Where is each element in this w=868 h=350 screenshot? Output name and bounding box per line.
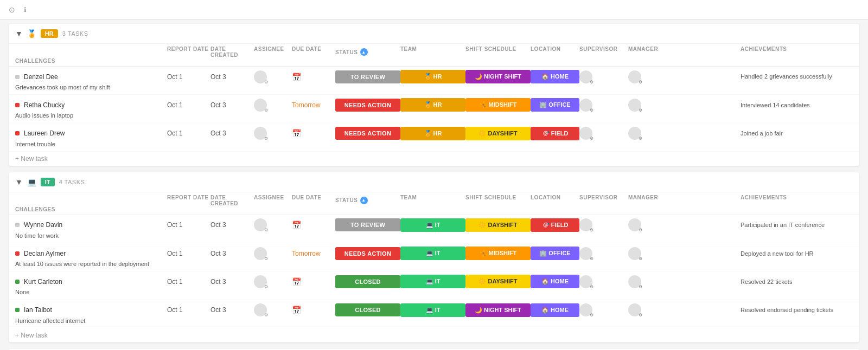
supervisor-cell[interactable]: [579, 218, 628, 231]
due-date: Tomorrow: [292, 101, 321, 109]
col-name: [15, 46, 167, 58]
report-date-cell: Oct 1: [167, 278, 210, 286]
assignee-cell[interactable]: [254, 99, 292, 112]
challenge-cell: No time for work: [15, 232, 167, 239]
avatar: [628, 99, 641, 112]
avatar: [579, 303, 592, 316]
date-created-cell: Oct 3: [210, 101, 254, 109]
info-icon[interactable]: ℹ: [24, 6, 27, 14]
report-date-cell: Oct 1: [167, 221, 210, 229]
team-cell[interactable]: 🏅 HR: [400, 70, 465, 83]
challenge-cell: Hurricane affected internet: [15, 317, 167, 325]
location-cell[interactable]: 🎯 FIELD: [531, 218, 579, 232]
shift-cell[interactable]: ☀️ DAYSHIFT: [465, 127, 531, 140]
supervisor-cell[interactable]: [579, 99, 628, 112]
shift-cell[interactable]: 🌙 NIGHT SHIFT: [465, 70, 531, 83]
col-supervisor: SUPERVISOR: [579, 46, 628, 58]
group-toggle-it[interactable]: ▼: [15, 178, 23, 186]
status-sort-icon[interactable]: ▲: [360, 197, 368, 204]
col-team: TEAM: [400, 195, 465, 206]
status-badge: NEEDS ACTION: [335, 247, 400, 260]
manager-cell[interactable]: [628, 218, 741, 231]
supervisor-cell[interactable]: [579, 247, 628, 260]
achievement-cell: Resolved endorsed pending tickets: [741, 306, 853, 314]
manager-cell[interactable]: [628, 275, 741, 288]
manager-cell[interactable]: [628, 70, 741, 83]
assignee-cell[interactable]: [254, 70, 292, 83]
assignee-cell[interactable]: [254, 275, 292, 288]
avatar: [628, 303, 641, 316]
team-cell[interactable]: 💻 IT: [400, 303, 465, 317]
team-cell[interactable]: 💻 IT: [400, 275, 465, 288]
location-cell[interactable]: 🏠 HOME: [531, 303, 579, 317]
main-content: ▼ 🏅 HR 3 TASKS REPORT DATE DATE CREATED …: [0, 20, 868, 350]
location-badge: 🏢 OFFICE: [531, 247, 579, 260]
assignee-cell[interactable]: [254, 247, 292, 260]
achievement-cell: Resolved 22 tickets: [741, 278, 853, 286]
col-achievements: ACHIEVEMENTS: [741, 46, 853, 58]
team-cell[interactable]: 🏅 HR: [400, 127, 465, 140]
group-header-it: ▼ 💻 IT 4 TASKS: [9, 172, 859, 192]
assignee-cell[interactable]: [254, 303, 292, 316]
manager-cell[interactable]: [628, 99, 741, 112]
new-task-row-hr[interactable]: + New task: [9, 152, 859, 166]
table-row: Kurt Carleton Oct 1 Oct 3 📅 CLOSED 💻 IT …: [9, 271, 859, 300]
supervisor-cell[interactable]: [579, 275, 628, 288]
manager-cell[interactable]: [628, 247, 741, 260]
team-cell[interactable]: 💻 IT: [400, 218, 465, 232]
calendar-icon: 📅: [292, 277, 301, 286]
shift-cell[interactable]: ☀️ DAYSHIFT: [465, 218, 531, 232]
new-task-row-it[interactable]: + New task: [9, 328, 859, 342]
supervisor-cell[interactable]: [579, 127, 628, 140]
assignee-cell[interactable]: [254, 127, 292, 140]
supervisor-cell[interactable]: [579, 303, 628, 316]
col-manager: MANAGER: [628, 195, 741, 206]
status-cell[interactable]: NEEDS ACTION: [335, 247, 400, 260]
date-created-cell: Oct 3: [210, 221, 254, 229]
status-sort-icon[interactable]: ▲: [360, 48, 368, 56]
location-cell[interactable]: 🏠 HOME: [531, 70, 579, 83]
avatar: [628, 275, 641, 288]
group-toggle-hr[interactable]: ▼: [15, 29, 23, 38]
location-cell[interactable]: 🏠 HOME: [531, 275, 579, 288]
status-badge: NEEDS ACTION: [335, 127, 400, 140]
status-cell[interactable]: CLOSED: [335, 303, 400, 316]
shift-cell[interactable]: 🌙 NIGHT SHIFT: [465, 303, 531, 317]
status-cell[interactable]: NEEDS ACTION: [335, 99, 400, 112]
task-name[interactable]: Denzel Dee: [24, 73, 58, 81]
status-cell[interactable]: CLOSED: [335, 275, 400, 288]
task-name[interactable]: Declan Aylmer: [24, 250, 66, 257]
manager-cell[interactable]: [628, 303, 741, 316]
team-cell[interactable]: 💻 IT: [400, 247, 465, 260]
shift-cell[interactable]: ☀️ DAYSHIFT: [465, 275, 531, 288]
task-name[interactable]: Kurt Carleton: [24, 278, 62, 286]
avatar: [579, 218, 592, 231]
supervisor-cell[interactable]: [579, 70, 628, 83]
task-color-dot: [15, 280, 20, 284]
achievement-cell: Deployed a new tool for HR: [741, 250, 853, 257]
status-cell[interactable]: TO REVIEW: [335, 218, 400, 231]
group-icon-hr: 🏅: [27, 29, 36, 38]
location-cell[interactable]: 🎯 FIELD: [531, 127, 579, 140]
location-cell[interactable]: 🏢 OFFICE: [531, 247, 579, 260]
assignee-cell[interactable]: [254, 218, 292, 231]
achievement-cell: Joined a job fair: [741, 129, 853, 137]
col-location: LOCATION: [531, 46, 579, 58]
due-date-cell: Tomorrow: [292, 250, 335, 257]
col-supervisor: SUPERVISOR: [579, 195, 628, 206]
status-cell[interactable]: NEEDS ACTION: [335, 127, 400, 140]
task-name[interactable]: Ian Talbot: [24, 306, 52, 314]
status-cell[interactable]: TO REVIEW: [335, 70, 400, 83]
team-cell[interactable]: 🏅 HR: [400, 98, 465, 112]
col-status: STATUS ▲: [335, 195, 400, 206]
manager-cell[interactable]: [628, 127, 741, 140]
task-name[interactable]: Laureen Drew: [24, 129, 65, 137]
location-badge: 🎯 FIELD: [531, 218, 579, 232]
shift-cell[interactable]: 🤸 MIDSHIFT: [465, 247, 531, 260]
task-name[interactable]: Wynne Davin: [24, 221, 62, 229]
table-row: Wynne Davin Oct 1 Oct 3 📅 TO REVIEW 💻 IT…: [9, 215, 859, 243]
shift-cell[interactable]: 🤸 MIDSHIFT: [465, 98, 531, 112]
location-cell[interactable]: 🏢 OFFICE: [531, 98, 579, 112]
avatar: [579, 127, 592, 140]
task-name[interactable]: Retha Chucky: [24, 101, 65, 109]
